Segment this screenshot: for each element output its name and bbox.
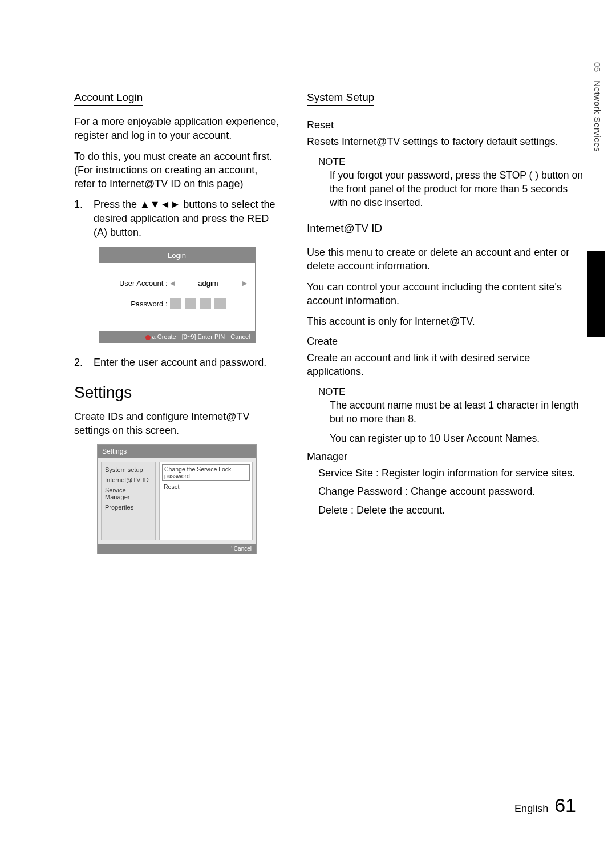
account-login-p2: To do this, you must create an account f… xyxy=(74,150,279,191)
arrow-right-icon[interactable]: ▶ xyxy=(242,280,247,287)
create-hint: a Create xyxy=(145,333,176,340)
pw-box[interactable] xyxy=(185,298,196,309)
user-account-row: User Account : ◀ adgim ▶ xyxy=(107,279,247,288)
password-field[interactable] xyxy=(170,298,247,309)
account-login-p1: For a more enjoyable application experie… xyxy=(74,115,279,143)
login-dialog: Login User Account : ◀ adgim ▶ Password … xyxy=(99,247,256,343)
pw-box[interactable] xyxy=(170,298,181,309)
settings-side-item[interactable]: Properties xyxy=(104,502,153,512)
user-account-field[interactable]: ◀ adgim ▶ xyxy=(170,279,247,288)
internet-tv-p2: You can control your account including t… xyxy=(307,280,585,308)
user-account-value: adgim xyxy=(178,279,239,288)
create-label: Create xyxy=(307,336,585,348)
system-setup-heading: System Setup xyxy=(307,91,374,106)
step-2: 2. Enter the user account and password. xyxy=(74,356,279,369)
settings-side-item[interactable]: Internet@TV ID xyxy=(104,475,153,485)
chapter-name: Network Services xyxy=(593,80,602,152)
side-tab: 05 Network Services xyxy=(587,59,605,162)
settings-sidebar: System setup Internet@TV ID Service Mana… xyxy=(101,462,156,540)
step-2-num: 2. xyxy=(74,356,94,369)
manager-label: Manager xyxy=(307,451,585,463)
user-account-label: User Account : xyxy=(107,279,170,288)
content-columns: Account Login For a more enjoyable appli… xyxy=(74,91,585,554)
settings-dialog-footer: ' Cancel xyxy=(98,544,256,554)
settings-desc: Create IDs and configure Internet@TV set… xyxy=(74,410,279,438)
spacer xyxy=(307,215,585,222)
page-footer: English 61 xyxy=(514,794,576,817)
step-2-body: Enter the user account and password. xyxy=(94,356,279,369)
internet-tv-p3: This account is only for Internet@TV. xyxy=(307,314,585,328)
arrow-left-icon[interactable]: ◀ xyxy=(170,280,175,287)
password-row: Password : xyxy=(107,298,247,309)
pw-box[interactable] xyxy=(214,298,226,309)
login-dialog-footer: a Create [0~9] Enter PIN Cancel xyxy=(99,331,255,342)
pw-box[interactable] xyxy=(200,298,211,309)
right-column: System Setup Reset Resets Internet@TV se… xyxy=(307,91,585,554)
step-1-body: Press the ▲▼◄► buttons to select the des… xyxy=(94,197,279,239)
internet-tv-note1: The account name must be at least 1 char… xyxy=(330,399,585,426)
login-dialog-body: User Account : ◀ adgim ▶ Password : xyxy=(99,263,255,331)
side-marker xyxy=(587,251,605,337)
cancel-hint: Cancel xyxy=(230,333,250,340)
settings-option-selected[interactable]: Change the Service Lock password xyxy=(162,464,250,481)
step-1-num: 1. xyxy=(74,197,94,239)
settings-side-item[interactable]: Service Manager xyxy=(104,485,153,502)
left-column: Account Login For a more enjoyable appli… xyxy=(74,91,279,554)
manager-item-3: Delete : Delete the account. xyxy=(318,503,585,517)
note-label: NOTE xyxy=(318,156,585,168)
password-label: Password : xyxy=(107,300,170,308)
settings-heading: Settings xyxy=(74,383,279,402)
reset-desc: Resets Internet@TV settings to factory d… xyxy=(307,135,585,148)
account-login-heading: Account Login xyxy=(74,91,143,106)
manager-item-1: Service Site : Register login informatio… xyxy=(318,466,585,480)
settings-side-item[interactable]: System setup xyxy=(104,465,153,475)
manager-item-2: Change Password : Change account passwor… xyxy=(318,484,585,498)
internet-tv-p1: Use this menu to create or delete an acc… xyxy=(307,245,585,273)
note-label-2: NOTE xyxy=(318,386,585,398)
manual-page: 05 Network Services Account Login For a … xyxy=(0,0,616,844)
settings-dialog: Settings System setup Internet@TV ID Ser… xyxy=(97,444,257,554)
settings-dialog-title: Settings xyxy=(98,445,256,458)
login-dialog-title: Login xyxy=(99,248,255,263)
footer-page-number: 61 xyxy=(554,794,576,816)
enter-pin-hint: [0~9] Enter PIN xyxy=(182,333,225,340)
create-desc: Create an account and link it with desir… xyxy=(307,351,585,379)
password-boxes[interactable] xyxy=(170,298,226,309)
reset-label: Reset xyxy=(307,119,585,131)
chapter-number: 05 xyxy=(593,62,602,72)
step-1: 1. Press the ▲▼◄► buttons to select the … xyxy=(74,197,279,239)
settings-main: Change the Service Lock password Reset xyxy=(159,462,253,540)
settings-dialog-body: System setup Internet@TV ID Service Mana… xyxy=(98,458,256,544)
internet-tv-heading: Internet@TV ID xyxy=(307,222,382,236)
system-setup-note: If you forgot your password, press the S… xyxy=(330,169,585,209)
internet-tv-note2: You can register up to 10 User Account N… xyxy=(330,432,585,446)
footer-lang: English xyxy=(514,803,548,814)
settings-option[interactable]: Reset xyxy=(162,482,250,491)
